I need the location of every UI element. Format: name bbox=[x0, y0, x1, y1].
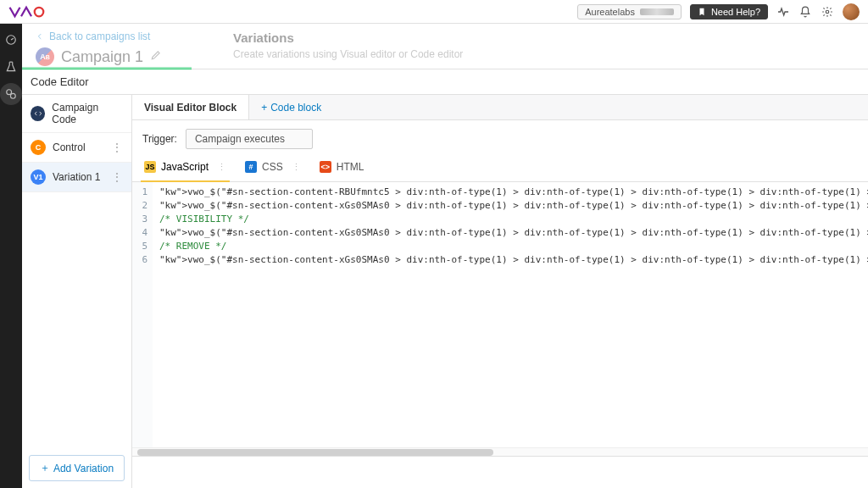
tab-add-code-block[interactable]: + Code block bbox=[249, 95, 333, 119]
code-icon bbox=[31, 106, 45, 121]
gear-icon[interactable] bbox=[821, 5, 834, 19]
svg-point-4 bbox=[10, 93, 15, 98]
workspace-id-mask bbox=[640, 8, 674, 15]
editor-tab-row: Visual Editor Block + Code block bbox=[132, 95, 868, 120]
help-label: Need Help? bbox=[711, 7, 760, 17]
css-label: CSS bbox=[262, 161, 283, 173]
control-menu-icon[interactable]: ⋮ bbox=[112, 141, 123, 153]
variations-side-panel: Campaign Code C Control ⋮ V1 Variation 1… bbox=[22, 95, 132, 488]
visual-block-label: Visual Editor Block bbox=[144, 102, 236, 114]
vwo-logo[interactable] bbox=[8, 5, 49, 19]
editor-footer: Discard Done bbox=[132, 456, 868, 488]
progress-bar bbox=[22, 67, 192, 69]
trigger-label: Trigger: bbox=[142, 133, 177, 145]
pulse-icon[interactable] bbox=[776, 5, 790, 19]
css-badge-icon: # bbox=[245, 161, 257, 173]
control-label: Control bbox=[53, 141, 86, 153]
html-label: HTML bbox=[337, 161, 364, 173]
bell-icon[interactable] bbox=[798, 5, 812, 19]
campaign-code-label: Campaign Code bbox=[52, 102, 123, 125]
sidebar-item-control[interactable]: C Control ⋮ bbox=[22, 133, 131, 163]
workspace-label: Aureatelabs bbox=[585, 7, 635, 17]
language-tabs: JS JavaScript ⋮ # CSS ⋮ <> HTML bbox=[132, 158, 868, 182]
add-variation-label: Add Variation bbox=[53, 463, 114, 474]
line-gutter: 1 2 3 4 5 6 bbox=[132, 182, 153, 447]
control-badge: C bbox=[31, 140, 46, 155]
rail-ab-test[interactable] bbox=[0, 83, 22, 105]
lang-tab-css[interactable]: # CSS ⋮ bbox=[243, 158, 303, 176]
code-editor[interactable]: 1 2 3 4 5 6 "kw">vwo_$("#sn-section-cont… bbox=[132, 182, 868, 447]
css-menu-icon[interactable]: ⋮ bbox=[292, 162, 301, 173]
scrollbar-thumb[interactable] bbox=[137, 449, 493, 456]
variations-subtitle: Create variations using Visual editor or… bbox=[233, 48, 463, 60]
code-lines[interactable]: "kw">vwo_$("#sn-section-content-RBUfmntc… bbox=[153, 182, 868, 447]
avatar[interactable] bbox=[843, 3, 860, 20]
back-to-campaigns-link[interactable]: Back to campaigns list bbox=[36, 30, 162, 42]
variation1-badge: V1 bbox=[31, 169, 46, 185]
sidebar-item-variation-1[interactable]: V1 Variation 1 ⋮ bbox=[22, 163, 131, 192]
trigger-value: Campaign executes bbox=[195, 133, 285, 145]
campaign-title: Campaign 1 bbox=[61, 48, 143, 66]
variation1-label: Variation 1 bbox=[53, 171, 100, 183]
back-label: Back to campaigns list bbox=[49, 30, 150, 42]
campaign-header: Back to campaigns list AB Campaign 1 Var… bbox=[22, 24, 868, 69]
tab-visual-editor-block[interactable]: Visual Editor Block bbox=[132, 95, 249, 119]
left-nav-rail bbox=[0, 24, 22, 488]
svg-point-1 bbox=[826, 10, 829, 14]
lang-tab-js[interactable]: JS JavaScript ⋮ bbox=[142, 158, 228, 176]
plus-icon: ＋ bbox=[40, 461, 50, 475]
horizontal-scrollbar[interactable] bbox=[132, 447, 868, 456]
sidebar-item-campaign-code[interactable]: Campaign Code bbox=[22, 95, 131, 133]
editor-title: Code Editor bbox=[31, 75, 89, 88]
svg-point-3 bbox=[7, 90, 12, 95]
workspace-pill[interactable]: Aureatelabs bbox=[577, 4, 682, 19]
add-variation-button[interactable]: ＋ Add Variation bbox=[29, 455, 125, 481]
html-badge-icon: <> bbox=[320, 161, 331, 173]
trigger-select[interactable]: Campaign executes bbox=[186, 129, 313, 149]
ab-badge-icon: AB bbox=[36, 47, 54, 66]
variations-title: Variations bbox=[233, 30, 463, 45]
rail-experiments[interactable] bbox=[0, 56, 22, 78]
code-block-label: Code block bbox=[270, 102, 321, 114]
lang-tab-html[interactable]: <> HTML bbox=[318, 158, 366, 176]
help-button[interactable]: Need Help? bbox=[690, 4, 768, 19]
plus-icon: + bbox=[261, 102, 267, 114]
edit-name-icon[interactable] bbox=[150, 49, 162, 64]
variation1-menu-icon[interactable]: ⋮ bbox=[112, 171, 123, 183]
rail-dashboard[interactable] bbox=[0, 29, 22, 51]
svg-point-0 bbox=[35, 7, 44, 16]
trigger-row: Trigger: Campaign executes bbox=[132, 120, 868, 158]
js-label: JavaScript bbox=[161, 161, 209, 173]
js-menu-icon[interactable]: ⋮ bbox=[217, 162, 226, 173]
topbar: Aureatelabs Need Help? bbox=[0, 0, 868, 24]
editor-toolbar: Code Editor Version history Settings Hel… bbox=[22, 69, 868, 95]
js-badge-icon: JS bbox=[144, 161, 156, 173]
